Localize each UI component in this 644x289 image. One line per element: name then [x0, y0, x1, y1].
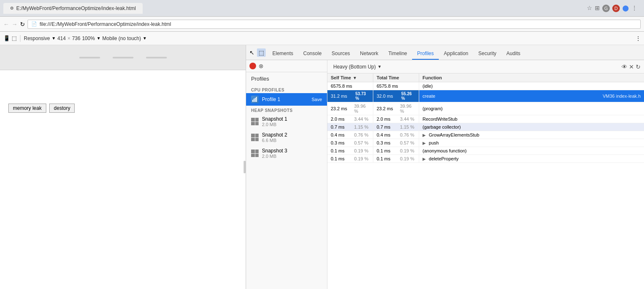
profile-icon-d[interactable]: D — [612, 5, 620, 12]
sidebar-title: Profiles — [246, 72, 327, 85]
self-pct-8: 0.19 % — [354, 156, 368, 161]
col-self-time[interactable]: Self Time ▼ — [327, 74, 373, 82]
mobile-dropdown[interactable]: ▼ — [143, 36, 147, 41]
expand-arrow-6[interactable]: ▶ — [423, 141, 426, 145]
zoom-dropdown[interactable]: ▼ — [96, 36, 101, 41]
forward-icon[interactable]: → — [12, 21, 18, 28]
cell-self-8: 0.1 ms 0.19 % — [327, 155, 373, 162]
col-total-time[interactable]: Total Time — [373, 74, 419, 82]
resize-handle[interactable] — [244, 161, 246, 173]
filter-label: Heavy (Bottom Up) — [333, 64, 376, 70]
table-row[interactable]: 6575.8 ms 6575.8 ms (idle) — [327, 82, 644, 90]
table-row[interactable]: 0.1 ms 0.19 % 0.1 ms 0.19 % (anonymous f… — [327, 147, 644, 155]
zoom-value[interactable]: 100% — [82, 35, 95, 41]
table-row[interactable]: 23.2 ms 39.96 % 23.2 ms 39.96 % (program… — [327, 102, 644, 115]
snapshot-2-item[interactable]: Snapshot 2 6.6 MB — [246, 129, 327, 145]
total-ms-2: 23.2 ms — [377, 106, 398, 111]
table-row[interactable]: 31.2 ms 53.73 % 32.0 ms 55.26 % create V… — [327, 90, 644, 102]
tab-profiles[interactable]: Profiles — [412, 48, 439, 60]
destory-button[interactable]: destory — [49, 104, 75, 113]
self-ms-2: 23.2 ms — [331, 106, 352, 111]
profile-1-name: Profile 1 — [262, 96, 308, 102]
tab-timeline[interactable]: Timeline — [383, 48, 412, 60]
expand-arrow-5[interactable]: ▶ — [423, 133, 426, 137]
profile-icon — [251, 96, 259, 103]
chrome-icon[interactable]: ⬤ — [622, 5, 629, 12]
devtools-cursor-icon[interactable]: ↖ — [248, 48, 256, 57]
profile-icon-g[interactable]: G — [602, 5, 610, 12]
cell-self-6: 0.3 ms 0.57 % — [327, 139, 373, 147]
profile-1-item[interactable]: Profile 1 Save — [246, 93, 327, 106]
function-name-7: (anonymous function) — [423, 148, 467, 153]
self-ms-8: 0.1 ms — [331, 156, 352, 161]
cell-self-3: 2.0 ms 3.44 % — [327, 115, 373, 123]
snapshot-3-item[interactable]: Snapshot 3 2.0 MB — [246, 145, 327, 161]
responsive-label[interactable]: Responsive — [24, 35, 50, 41]
tab-audits[interactable]: Audits — [501, 48, 525, 60]
back-icon[interactable]: ← — [3, 21, 9, 28]
tab-security[interactable]: Security — [473, 48, 501, 60]
tab-sources[interactable]: Sources — [327, 48, 355, 60]
mobile-label: Mobile (no touch) — [102, 35, 141, 41]
star-icon[interactable]: ☆ — [587, 5, 592, 12]
tab-elements[interactable]: Elements — [267, 48, 298, 60]
device-toolbar-icon[interactable]: 📱 — [3, 35, 10, 41]
total-ms-1: 32.0 ms — [377, 94, 398, 99]
snapshot-icon — [251, 118, 259, 125]
vm-link-1[interactable]: VM36 index-leak.h — [603, 94, 641, 99]
record-button[interactable] — [249, 63, 256, 69]
cell-total-0: 6575.8 ms — [373, 82, 419, 90]
self-ms-3: 2.0 ms — [331, 117, 352, 122]
function-name-2: (program) — [423, 106, 443, 111]
total-pct-8: 0.19 % — [400, 156, 414, 161]
more-options-icon[interactable]: ⋮ — [636, 35, 641, 41]
separator — [20, 35, 20, 42]
profile-1-save[interactable]: Save — [312, 97, 322, 102]
width-value: 414 — [58, 35, 66, 41]
eye-icon[interactable]: 👁 — [621, 63, 627, 70]
expand-arrow-8[interactable]: ▶ — [423, 157, 426, 161]
tab-console[interactable]: Console — [298, 48, 327, 60]
table-row[interactable]: 2.0 ms 3.44 % 2.0 ms 3.44 % RecordWriteS… — [327, 115, 644, 123]
inspector-icon[interactable]: ⬚ — [12, 35, 17, 41]
snapshot-2-icon — [251, 134, 259, 141]
table-row[interactable]: 0.4 ms 0.76 % 0.4 ms 0.76 % ▶ GrowArrayE… — [327, 131, 644, 139]
snapshot-3-icon — [251, 150, 259, 157]
heavy-bottom-up-dropdown[interactable]: Heavy (Bottom Up) ▼ — [331, 63, 384, 71]
extensions-icon[interactable]: ⊞ — [595, 5, 600, 12]
tab-network[interactable]: Network — [355, 48, 383, 60]
total-pct-7: 0.19 % — [400, 148, 414, 153]
memory-leak-button[interactable]: memory leak — [8, 104, 46, 113]
self-ms-1: 31.2 ms — [331, 94, 352, 99]
url-bar[interactable]: 📄 file:///E:/MyWebFront/PerformanceOptim… — [28, 20, 641, 29]
self-pct-badge-1: 53.73 % — [354, 91, 370, 101]
self-pct-3: 3.44 % — [354, 117, 368, 122]
main-layout: memory leak destory ↖ ⬚ Elements Console… — [0, 45, 644, 289]
heap-snapshots-section-title: HEAP SNAPSHOTS — [246, 106, 327, 114]
close-filter-icon[interactable]: ✕ — [629, 63, 634, 70]
browser-tab[interactable]: ⚙ E:/MyWebFront/PerformanceOptimize/inde… — [3, 3, 143, 14]
table-row[interactable]: 0.7 ms 1.15 % 0.7 ms 1.15 % (garbage col… — [327, 123, 644, 131]
tab-application[interactable]: Application — [439, 48, 473, 60]
snapshot-1-item[interactable]: Snapshot 1 2.0 MB — [246, 114, 327, 129]
browser-chrome: ⚙ E:/MyWebFront/PerformanceOptimize/inde… — [0, 0, 644, 17]
self-pct-6: 0.57 % — [354, 140, 368, 145]
function-name-1: create — [423, 94, 435, 99]
svg-rect-0 — [252, 100, 253, 102]
responsive-dropdown[interactable]: ▼ — [52, 36, 56, 41]
reload-icon[interactable]: ↻ — [20, 21, 25, 28]
url-bar-row: ← → ↻ 📄 file:///E:/MyWebFront/Performanc… — [0, 17, 644, 32]
snapshot-3-size: 2.0 MB — [262, 154, 287, 159]
table-row[interactable]: 0.1 ms 0.19 % 0.1 ms 0.19 % ▶ deleteProp… — [327, 155, 644, 163]
devtools-device-icon[interactable]: ⬚ — [257, 48, 266, 57]
height-value: 736 — [72, 35, 80, 41]
refresh-icon[interactable]: ↻ — [636, 63, 641, 70]
function-label: Function — [423, 75, 442, 80]
profiles-sidebar: ⊗ Profiles CPU PROFILES Pro — [246, 60, 327, 289]
self-time-label: Self Time — [331, 75, 351, 80]
stop-button[interactable]: ⊗ — [259, 63, 264, 69]
table-row[interactable]: 0.3 ms 0.57 % 0.3 ms 0.57 % ▶ push — [327, 139, 644, 147]
menu-icon[interactable]: ⋮ — [631, 5, 637, 12]
self-pct-2: 39.96 % — [354, 104, 370, 114]
cell-function-2: (program) — [419, 105, 644, 112]
